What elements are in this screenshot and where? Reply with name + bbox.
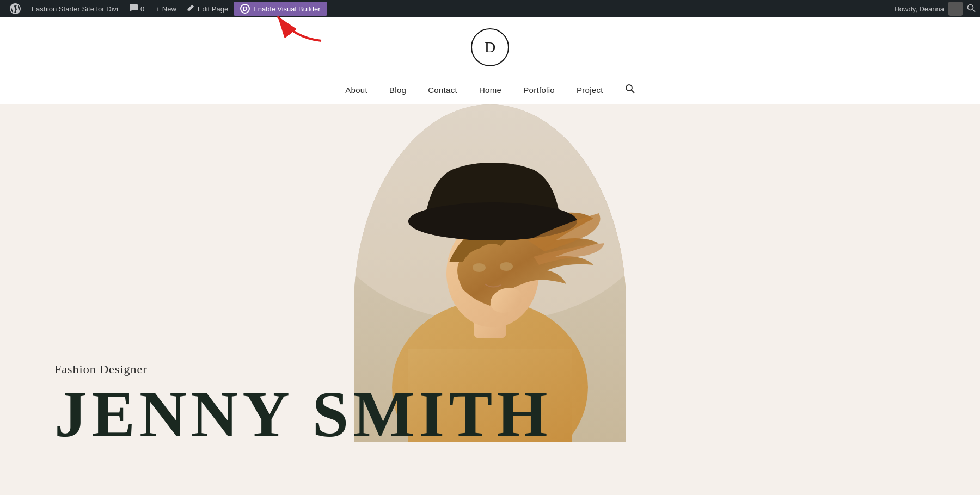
site-title-text: Fashion Starter Site for Divi [32, 5, 118, 13]
logo-letter: D [485, 39, 495, 56]
divi-logo: D [240, 4, 250, 14]
admin-search-icon[interactable] [967, 4, 976, 14]
nav-contact[interactable]: Contact [428, 85, 457, 95]
svg-point-0 [968, 4, 973, 10]
main-nav: About Blog Contact Home Portfolio Projec… [345, 75, 634, 104]
enable-visual-builder-label: Enable Visual Builder [253, 5, 320, 13]
nav-project[interactable]: Project [577, 85, 603, 95]
nav-home[interactable]: Home [479, 85, 501, 95]
admin-bar: Fashion Starter Site for Divi 0 + New Ed… [0, 0, 980, 17]
site-title-button[interactable]: Fashion Starter Site for Divi [26, 0, 124, 17]
enable-visual-builder-button[interactable]: D Enable Visual Builder [234, 2, 327, 16]
hero-subtitle: Fashion Designer [54, 362, 552, 376]
svg-point-3 [626, 85, 632, 91]
svg-line-1 [973, 9, 976, 12]
site-content: D About Blog Contact Home Portfolio Proj… [0, 17, 980, 495]
hero-section: Fashion Designer JENNY SMITH [0, 104, 980, 469]
svg-line-4 [631, 90, 634, 94]
edit-icon [187, 4, 195, 14]
hero-name: JENNY SMITH [54, 382, 552, 447]
nav-search-icon[interactable] [625, 84, 635, 96]
comments-button[interactable]: 0 [124, 0, 150, 17]
hero-text-area: Fashion Designer JENNY SMITH [54, 362, 552, 447]
nav-about[interactable]: About [345, 85, 367, 95]
edit-page-button[interactable]: Edit Page [182, 0, 234, 17]
howdy-text: Howdy, Deanna [894, 5, 944, 13]
site-header: D About Blog Contact Home Portfolio Proj… [0, 17, 980, 104]
new-label: New [162, 5, 176, 13]
plus-icon: + [155, 5, 160, 13]
nav-portfolio[interactable]: Portfolio [523, 85, 555, 95]
svg-point-14 [500, 262, 513, 271]
edit-page-label: Edit Page [198, 5, 228, 13]
wp-logo-button[interactable] [4, 0, 26, 17]
new-button[interactable]: + New [150, 0, 182, 17]
comment-count: 0 [140, 5, 144, 13]
svg-point-13 [473, 263, 486, 272]
site-logo[interactable]: D [471, 28, 509, 66]
comment-icon [129, 4, 138, 14]
nav-blog[interactable]: Blog [389, 85, 406, 95]
user-avatar [948, 2, 963, 16]
